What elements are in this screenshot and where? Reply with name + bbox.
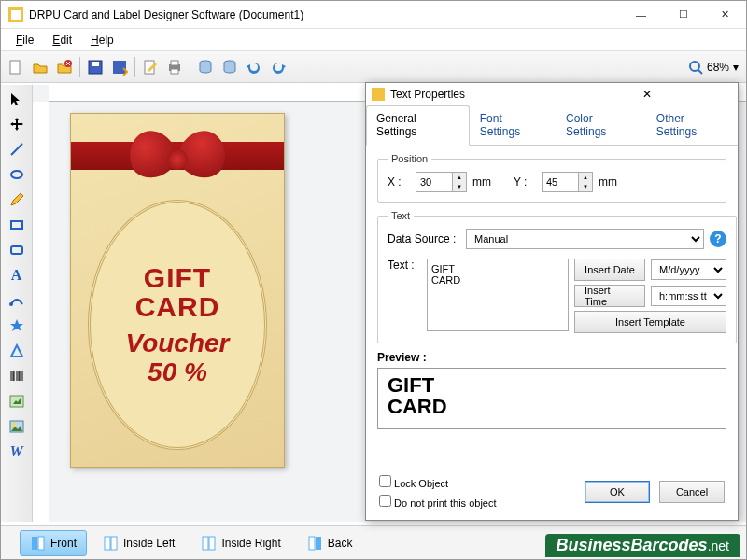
rounded-rect-tool[interactable] (4, 238, 30, 262)
dialog-tabs: General Settings Font Settings Color Set… (366, 105, 738, 146)
pencil-tool[interactable] (4, 188, 30, 212)
lock-object-checkbox[interactable]: Lock Object (379, 475, 575, 489)
svg-rect-35 (209, 537, 215, 550)
dialog-close-button[interactable]: ✕ (561, 88, 732, 101)
datasource-label: Data Source : (388, 232, 460, 245)
tab-inside-left[interactable]: Inside Left (92, 530, 185, 556)
tab-front[interactable]: Front (20, 530, 87, 556)
preview-box: GIFTCARD (377, 368, 726, 429)
menu-edit[interactable]: Edit (45, 32, 79, 49)
text-group: Text Data Source : Manual ? Text : GIFT … (377, 210, 737, 343)
insert-date-button[interactable]: Insert Date (574, 259, 645, 281)
svg-rect-38 (372, 88, 385, 101)
print-button[interactable] (163, 56, 186, 78)
tab-back[interactable]: Back (297, 530, 363, 556)
y-label: Y : (514, 175, 536, 189)
zoom-control[interactable]: 68% ▾ (688, 60, 739, 75)
maximize-button[interactable]: ☐ (662, 1, 704, 28)
new-doc-button[interactable] (5, 56, 27, 78)
svg-rect-32 (105, 537, 110, 550)
menu-bar: File Edit Help (1, 29, 746, 51)
svg-rect-36 (309, 537, 315, 550)
ok-button[interactable]: OK (585, 481, 650, 503)
svg-rect-30 (32, 537, 37, 550)
svg-rect-2 (10, 61, 20, 74)
tab-inside-right[interactable]: Inside Right (190, 530, 290, 556)
page-icon (30, 535, 47, 552)
pointer-tool[interactable] (4, 87, 30, 111)
move-tool[interactable] (4, 112, 30, 136)
tool-palette: A W (1, 85, 33, 522)
preview-label: Preview : (377, 351, 726, 364)
svg-rect-34 (203, 537, 208, 550)
svg-rect-17 (11, 221, 22, 229)
toolbar-separator (134, 57, 135, 77)
curve-tool[interactable] (4, 288, 30, 313)
svg-rect-1 (11, 10, 21, 20)
text-tool[interactable]: A (4, 263, 30, 287)
datasource-select[interactable]: Manual (466, 229, 704, 249)
star-tool[interactable] (4, 314, 30, 338)
gift-text[interactable]: GIFTCARD (135, 263, 220, 322)
svg-point-13 (690, 62, 699, 71)
tab-font-settings[interactable]: Font Settings (470, 105, 556, 145)
window-title: DRPU Card and Label Designer Software (D… (29, 8, 620, 21)
database2-button[interactable] (218, 56, 241, 78)
save-button[interactable] (84, 56, 106, 78)
tab-other-settings[interactable]: Other Settings (646, 105, 738, 145)
date-format-select[interactable]: M/d/yyyy (651, 259, 726, 280)
svg-point-19 (9, 302, 13, 306)
svg-rect-10 (171, 69, 178, 74)
time-format-select[interactable]: h:mm:ss tt (651, 286, 726, 306)
tab-color-settings[interactable]: Color Settings (556, 105, 646, 145)
card-canvas[interactable]: GIFTCARD Voucher50 % (70, 113, 285, 468)
close-doc-button[interactable] (53, 56, 76, 78)
svg-rect-37 (316, 537, 321, 550)
save-as-button[interactable] (108, 56, 131, 78)
menu-help[interactable]: Help (83, 32, 121, 49)
x-unit: mm (472, 175, 491, 189)
x-label: X : (388, 175, 410, 189)
voucher-text[interactable]: Voucher50 % (126, 329, 230, 387)
image2-tool[interactable] (4, 414, 30, 439)
svg-rect-33 (111, 537, 117, 550)
svg-rect-9 (171, 61, 178, 65)
undo-button[interactable] (243, 56, 265, 78)
rect-tool[interactable] (4, 213, 30, 237)
zoom-dropdown-icon[interactable]: ▾ (733, 61, 739, 74)
position-group: Position X : ▲▼ mm Y : ▲▼ mm (377, 153, 726, 203)
x-input[interactable]: ▲▼ (416, 172, 467, 192)
wordart-tool[interactable]: W (4, 440, 30, 464)
close-button[interactable]: ✕ (704, 1, 746, 28)
text-input[interactable]: GIFT CARD (427, 259, 569, 331)
image1-tool[interactable] (4, 389, 30, 413)
open-button[interactable] (29, 56, 51, 78)
svg-line-15 (11, 144, 22, 155)
insert-template-button[interactable]: Insert Template (574, 311, 726, 333)
y-input[interactable]: ▲▼ (542, 172, 593, 192)
edit-button[interactable] (139, 56, 162, 78)
toolbar-separator (79, 57, 80, 77)
dialog-body: Position X : ▲▼ mm Y : ▲▼ mm Text Data S… (366, 146, 738, 469)
minimize-button[interactable]: — (620, 1, 662, 28)
svg-rect-6 (113, 61, 126, 74)
svg-line-14 (698, 70, 702, 74)
help-icon[interactable]: ? (710, 231, 726, 247)
line-tool[interactable] (4, 137, 30, 161)
svg-rect-5 (92, 62, 99, 66)
insert-time-button[interactable]: Insert Time (574, 285, 645, 307)
database-button[interactable] (194, 56, 217, 78)
ellipse-tool[interactable] (4, 162, 30, 187)
page-icon (103, 535, 120, 552)
dialog-title: Text Properties (390, 88, 561, 101)
dialog-icon (372, 88, 385, 101)
no-print-checkbox[interactable]: Do not print this object (379, 495, 575, 509)
redo-button[interactable] (267, 56, 289, 78)
dialog-titlebar: Text Properties ✕ (366, 83, 738, 105)
triangle-tool[interactable] (4, 339, 30, 363)
barcode-tool[interactable] (4, 364, 30, 388)
bow-knot-icon (167, 149, 188, 170)
menu-file[interactable]: File (8, 32, 41, 49)
tab-general-settings[interactable]: General Settings (366, 105, 470, 146)
cancel-button[interactable]: Cancel (659, 481, 725, 503)
